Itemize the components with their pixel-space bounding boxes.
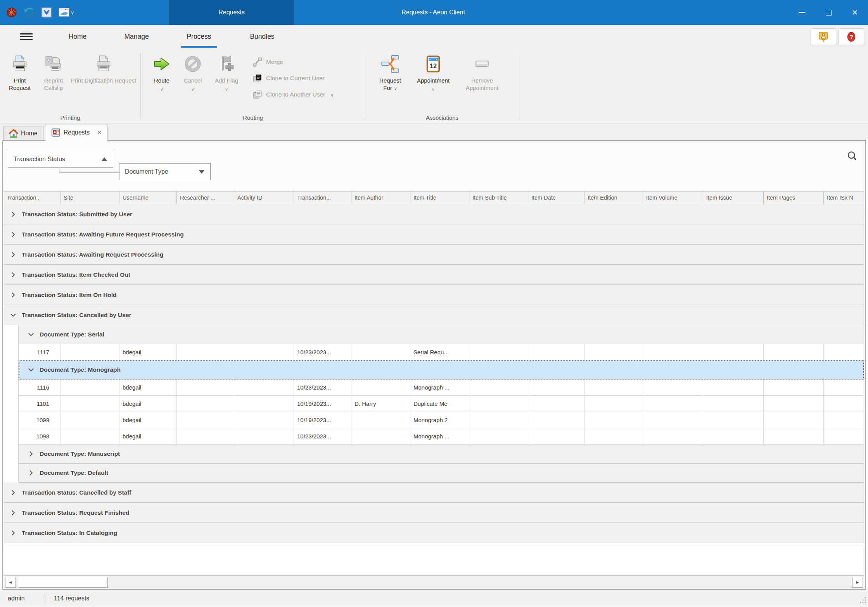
clone-to-another-user-button[interactable]: Clone to Another User <box>252 86 334 103</box>
clone-icon <box>252 90 263 100</box>
horizontal-scrollbar[interactable] <box>4 575 864 588</box>
column-header-transaction_date[interactable]: Transaction... <box>294 191 351 204</box>
cell-item_title: Monograph 2 <box>410 412 469 428</box>
sync-button[interactable] <box>23 7 35 18</box>
tab-home[interactable]: Home <box>3 126 43 140</box>
group-row-transaction-status[interactable]: Transaction Status: Item On Hold <box>4 285 864 305</box>
menu-button[interactable] <box>20 33 33 41</box>
group-row-transaction-status[interactable]: Transaction Status: Awaiting Future Requ… <box>4 224 864 245</box>
tab-requests[interactable]: A Requests <box>45 124 107 141</box>
cell-item_title: Serial Requ... <box>410 344 469 360</box>
group-row-transaction-status[interactable]: Transaction Status: Cancelled by User <box>4 305 864 325</box>
appointment-button[interactable]: 12 Appointment <box>410 51 456 92</box>
merge-button[interactable]: Merge <box>252 54 334 70</box>
scrollbar-thumb[interactable] <box>18 577 108 588</box>
column-header-item_author[interactable]: Item Author <box>351 191 410 204</box>
group-row-document-type[interactable]: Document Type: Default <box>19 464 864 483</box>
close-button[interactable]: ✕ <box>842 0 868 25</box>
chevron-collapsed-icon <box>10 510 16 516</box>
cell-site <box>61 344 119 360</box>
chevron-down-icon <box>160 85 163 92</box>
group-row-transaction-status[interactable]: Transaction Status: In Cataloging <box>4 523 864 543</box>
groupby-chip-transaction-status[interactable]: Transaction Status <box>8 151 113 168</box>
group-row-document-type[interactable]: Document Type: Manuscript <box>19 445 864 464</box>
cell-transaction_number: 1098 <box>19 428 61 445</box>
route-button[interactable]: Route <box>146 51 177 92</box>
remove-appointment-label: Remove Appointment <box>458 77 506 91</box>
print-request-button[interactable]: Print Request <box>3 51 36 91</box>
print-request-label: Print Request <box>3 77 36 91</box>
column-header-item_title[interactable]: Item Title <box>410 191 469 204</box>
tab-requests-label: Requests <box>64 129 90 136</box>
cell-item_pages <box>764 344 824 360</box>
group-row-transaction-status[interactable]: Transaction Status: Item Checked Out <box>4 265 864 285</box>
column-header-transaction_number[interactable]: Transaction... <box>4 191 61 204</box>
column-header-item_pages[interactable]: Item Pages <box>764 191 824 204</box>
group-row-transaction-status[interactable]: Transaction Status: Cancelled by Staff <box>4 483 864 503</box>
cell-item_volume <box>643 344 703 360</box>
cell-item_edition <box>584 344 643 360</box>
requests-grid: Transaction...SiteUsernameResearcher ...… <box>4 191 864 574</box>
group-row-transaction-status[interactable]: Transaction Status: Request Finished <box>4 503 864 523</box>
table-row[interactable]: 1117bdegail10/23/2023...Serial Requ... <box>4 344 864 360</box>
cell-researcher <box>177 344 234 360</box>
group-label: Transaction Status: Submitted by User <box>22 211 132 218</box>
cell-item_isxn <box>824 412 864 428</box>
cell-item_issue <box>703 396 764 412</box>
ribbon-tab-home[interactable]: Home <box>54 25 101 48</box>
group-row-transaction-status[interactable]: Transaction Status: Submitted by User <box>4 204 864 224</box>
reprint-callslip-label: Reprint Callslip <box>36 77 71 91</box>
cell-item_issue <box>703 428 764 445</box>
form-window-button[interactable]: ∨ <box>58 7 74 18</box>
cell-site <box>61 379 119 396</box>
column-header-site[interactable]: Site <box>61 191 119 204</box>
add-flag-button[interactable]: Add Flag <box>208 51 245 92</box>
cell-site <box>61 428 119 445</box>
column-header-item_volume[interactable]: Item Volume <box>643 191 703 204</box>
column-header-item_edition[interactable]: Item Edition <box>584 191 643 204</box>
route-arrow-icon <box>152 53 171 75</box>
column-header-item_issue[interactable]: Item Issue <box>703 191 764 204</box>
column-header-username[interactable]: Username <box>119 191 177 204</box>
table-row[interactable]: 1098bdegail10/23/2023...Monograph ... <box>4 428 864 445</box>
search-button[interactable] <box>845 149 859 163</box>
column-header-researcher[interactable]: Researcher ... <box>177 191 234 204</box>
group-label: Transaction Status: Item Checked Out <box>22 271 130 278</box>
cell-item_pages <box>764 412 824 428</box>
reprint-callslip-button[interactable]: A Reprint Callslip <box>36 51 71 91</box>
groupby-chip-document-type[interactable]: Document Type <box>119 163 211 180</box>
group-row-document-type[interactable]: Document Type: Monograph <box>19 360 864 379</box>
submit-check-button[interactable] <box>41 7 52 18</box>
ribbon-tab-bundles[interactable]: Bundles <box>239 25 285 48</box>
column-header-activity_id[interactable]: Activity ID <box>234 191 294 204</box>
cell-transaction_date: 10/23/2023... <box>294 379 351 396</box>
resize-grip[interactable] <box>859 597 866 605</box>
table-row[interactable]: 1116bdegail10/23/2023...Monograph ... <box>4 379 864 396</box>
print-digitization-request-button[interactable]: Print Digitization Request <box>71 51 137 84</box>
cell-transaction_number: 1117 <box>19 344 61 360</box>
about-button[interactable] <box>811 28 836 45</box>
help-button[interactable]: ? <box>839 28 864 45</box>
scroll-left-button[interactable] <box>5 577 16 588</box>
clone-to-current-user-button[interactable]: Clone to Current User <box>252 70 334 86</box>
column-header-item_isxn[interactable]: Item ISx N <box>824 191 864 204</box>
status-request-count: 114 requests <box>54 595 89 602</box>
ribbon-tab-process[interactable]: Process <box>176 25 222 48</box>
column-header-item_sub_title[interactable]: Item Sub Title <box>469 191 528 204</box>
column-header-item_date[interactable]: Item Date <box>528 191 584 204</box>
ribbon-tab-manage[interactable]: Manage <box>113 25 160 48</box>
remove-appointment-button[interactable]: Remove Appointment <box>456 51 508 91</box>
cancel-button[interactable]: Cancel <box>177 51 208 92</box>
tab-close-icon[interactable] <box>97 129 102 136</box>
table-row[interactable]: 1099bdegail10/19/2023...Monograph 2 <box>4 412 864 428</box>
group-row-document-type[interactable]: Document Type: Serial <box>19 325 864 344</box>
scroll-right-button[interactable] <box>852 577 863 588</box>
table-row[interactable]: 1101bdegail10/19/2023...D. HarryDuplicat… <box>4 396 864 412</box>
titlebar-app-tab[interactable]: Requests <box>169 0 294 25</box>
minimize-button[interactable] <box>789 0 815 25</box>
group-by-bar: Transaction Status Document Type <box>3 141 865 191</box>
request-for-button[interactable]: Request For <box>370 51 410 92</box>
group-row-transaction-status[interactable]: Transaction Status: Awaiting Request Pro… <box>4 245 864 265</box>
titlebar: ∨ Requests Requests - Aeon Client ✕ <box>0 0 868 25</box>
maximize-button[interactable] <box>815 0 842 25</box>
